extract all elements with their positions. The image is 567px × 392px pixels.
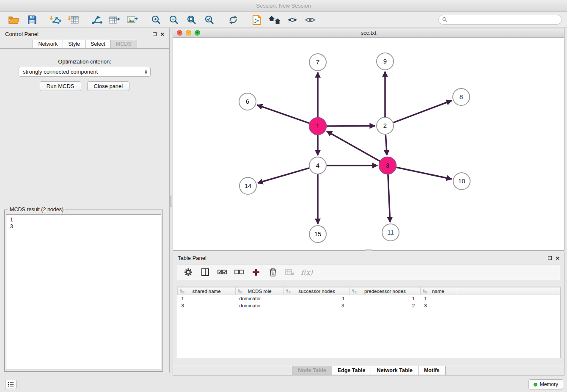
table-settings-button[interactable] [183, 267, 193, 278]
cell-mcds-role[interactable]: dominator [236, 302, 284, 309]
column-header-name[interactable]: name [421, 287, 456, 295]
graph-node-7[interactable]: 7 [309, 54, 326, 71]
export-table-button[interactable] [106, 13, 124, 27]
edge-3-11[interactable] [388, 174, 390, 222]
unselect-all-columns-button[interactable] [234, 267, 244, 278]
tab-motifs[interactable]: Motifs [418, 366, 446, 375]
function-builder-button[interactable]: f(x) [302, 267, 312, 278]
graph-node-10[interactable]: 10 [453, 173, 470, 190]
zoom-in-button[interactable] [147, 13, 165, 27]
network-canvas[interactable]: 7968124314101511 [173, 38, 564, 250]
export-network-button[interactable] [88, 13, 106, 27]
search-input[interactable] [438, 15, 562, 25]
graph-node-9[interactable]: 9 [377, 53, 394, 70]
graph-node-1[interactable]: 1 [309, 118, 326, 135]
cell-predecessor-nodes[interactable]: 1 [350, 295, 421, 302]
import-network-icon [50, 15, 61, 25]
svg-text:15: 15 [314, 230, 322, 237]
attribute-icon [238, 289, 242, 295]
export-table-icon [109, 15, 120, 25]
open-session-button[interactable] [5, 13, 23, 27]
graph-node-8[interactable]: 8 [453, 88, 470, 105]
create-column-button[interactable] [251, 267, 261, 278]
mcds-result-text[interactable]: 1 3 [6, 214, 161, 370]
column-header-predecessor-nodes[interactable]: predecessor nodes [350, 287, 421, 295]
delete-column-button[interactable] [268, 267, 278, 278]
network-window-titlebar[interactable]: × – + scc.txt [173, 28, 564, 38]
zoom-out-button[interactable] [165, 13, 183, 27]
edge-2-8[interactable] [394, 101, 452, 123]
zoom-window-button[interactable]: + [195, 30, 200, 36]
zoom-fit-button[interactable] [183, 13, 201, 27]
copy-network-view-button[interactable] [248, 13, 266, 27]
control-panel: Control Panel × Network Style Select MCD… [0, 28, 170, 373]
column-header-shared-name[interactable]: shared name [178, 287, 236, 295]
tab-style[interactable]: Style [63, 40, 85, 48]
select-all-columns-button[interactable] [217, 267, 227, 278]
open-folder-icon [8, 15, 19, 24]
close-window-button[interactable]: × [177, 30, 182, 36]
table-row[interactable]: 3 dominator 3 2 3 [178, 302, 560, 309]
app-window: Session: New Session [0, 0, 567, 392]
edge-3-10[interactable] [396, 167, 452, 179]
graph-node-2[interactable]: 2 [377, 117, 394, 134]
cell-shared-name[interactable]: 1 [178, 295, 236, 302]
import-network-button[interactable] [47, 13, 64, 27]
tab-select[interactable]: Select [85, 40, 111, 48]
cell-name[interactable]: 1 [421, 295, 456, 302]
graph-node-11[interactable]: 11 [382, 224, 399, 241]
zoom-selected-button[interactable] [201, 13, 218, 27]
tab-network-table[interactable]: Network Table [371, 366, 418, 375]
float-panel-icon[interactable] [153, 32, 157, 36]
close-control-panel-icon[interactable]: × [160, 31, 164, 37]
graph-node-3[interactable]: 3 [379, 157, 396, 174]
edge-4-14[interactable] [258, 168, 309, 183]
horizontal-split-handle[interactable] [365, 249, 372, 251]
cell-mcds-role[interactable]: dominator [236, 295, 284, 302]
close-panel-button[interactable]: Close panel [87, 81, 130, 91]
edge-1-6[interactable] [257, 105, 310, 123]
float-table-panel-icon[interactable] [548, 256, 552, 260]
edge-2-3[interactable] [385, 135, 387, 155]
hide-graphics-button[interactable] [284, 13, 301, 27]
tab-network[interactable]: Network [33, 40, 63, 48]
graph-node-14[interactable]: 14 [239, 177, 256, 194]
delete-table-button[interactable] [285, 267, 295, 278]
import-table-button[interactable] [64, 13, 82, 27]
attribute-icon [286, 289, 291, 295]
graph-node-15[interactable]: 15 [309, 226, 326, 243]
cell-name[interactable]: 3 [421, 302, 456, 309]
refresh-button[interactable] [224, 13, 242, 27]
home-layout-button[interactable] [266, 13, 284, 27]
document-network-icon [252, 15, 261, 25]
cell-successor-nodes[interactable]: 4 [284, 295, 350, 302]
window-titlebar[interactable]: Session: New Session [0, 0, 567, 12]
table-panel-tabs: Node Table Edge Table Network Table Moti… [173, 366, 564, 375]
show-panels-button[interactable] [5, 380, 17, 389]
memory-button[interactable]: Memory [528, 379, 563, 389]
close-table-panel-icon[interactable]: × [556, 255, 559, 261]
plus-icon [252, 268, 260, 276]
table-row[interactable]: 1 dominator 4 1 1 [178, 295, 560, 302]
tab-mcds[interactable]: MCDS [110, 40, 137, 48]
edge-3-1[interactable] [327, 131, 380, 161]
gear-icon [184, 268, 193, 276]
column-header-successor-nodes[interactable]: successor nodes [284, 287, 350, 295]
tab-node-table[interactable]: Node Table [292, 366, 332, 375]
graph-node-6[interactable]: 6 [239, 93, 256, 110]
optimization-criterion-select[interactable]: strongly connected component [19, 67, 151, 77]
cell-predecessor-nodes[interactable]: 2 [350, 302, 421, 309]
minimize-window-button[interactable]: – [186, 30, 191, 36]
edge-1-2[interactable] [327, 126, 375, 126]
save-session-button[interactable] [23, 13, 41, 27]
graph-node-4[interactable]: 4 [309, 157, 326, 174]
column-header-mcds-role[interactable]: MCDS role [236, 287, 284, 295]
tab-edge-table[interactable]: Edge Table [332, 366, 372, 375]
cell-shared-name[interactable]: 3 [178, 302, 236, 309]
cell-successor-nodes[interactable]: 3 [284, 302, 350, 309]
show-graphics-button[interactable] [301, 13, 319, 27]
vertical-split-handle[interactable] [170, 196, 172, 207]
export-image-button[interactable] [124, 13, 141, 27]
show-columns-button[interactable] [200, 267, 210, 278]
run-mcds-button[interactable]: Run MCDS [40, 81, 81, 91]
